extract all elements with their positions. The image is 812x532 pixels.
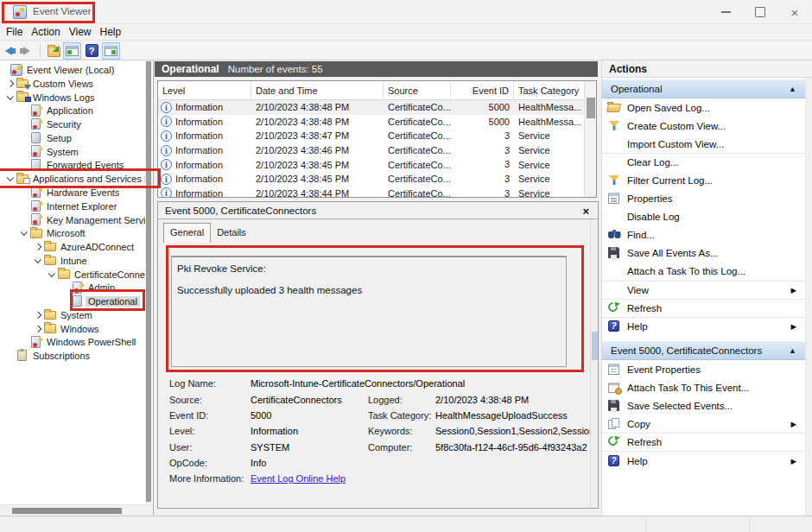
tree-item[interactable]: Microsoft bbox=[0, 226, 146, 240]
action-item[interactable]: Find... ▶ bbox=[602, 226, 805, 244]
event-log-online-help-link[interactable]: Event Log Online Help bbox=[251, 473, 368, 484]
expander-icon[interactable] bbox=[3, 95, 16, 100]
expander-icon[interactable] bbox=[17, 122, 30, 127]
minimize-button[interactable] bbox=[708, 0, 743, 24]
action-item[interactable]: Refresh ▶ bbox=[602, 433, 805, 451]
close-button[interactable]: × bbox=[777, 0, 812, 24]
tree-item[interactable]: Key Management Service bbox=[0, 212, 146, 226]
expander-icon[interactable] bbox=[3, 81, 16, 86]
column-header[interactable]: Task Category bbox=[514, 81, 585, 99]
expander-icon[interactable] bbox=[45, 272, 58, 277]
expander-icon[interactable] bbox=[31, 244, 44, 250]
tree-item[interactable]: Security bbox=[0, 117, 146, 131]
event-list-scroll-thumb[interactable] bbox=[587, 98, 595, 118]
table-row[interactable]: Information 2/10/2023 4:38:47 PM Certifi… bbox=[158, 129, 585, 143]
tree-item[interactable]: Custom Views bbox=[0, 77, 146, 91]
export-list-icon[interactable] bbox=[46, 42, 61, 60]
action-item[interactable]: Create Custom View... ▶ bbox=[602, 117, 805, 135]
console-tree: Event Viewer (Local) Custom Views Window… bbox=[0, 63, 146, 504]
maximize-button[interactable] bbox=[743, 0, 777, 24]
tree-horizontal-scrollbar[interactable] bbox=[0, 504, 153, 516]
expander-icon[interactable] bbox=[17, 108, 30, 113]
table-row[interactable]: Information 2/10/2023 4:38:45 PM Certifi… bbox=[158, 157, 585, 172]
detail-scrollbar[interactable] bbox=[590, 219, 598, 508]
expander-icon[interactable] bbox=[17, 162, 30, 168]
table-row[interactable]: Information 2/10/2023 4:38:48 PM Certifi… bbox=[158, 115, 585, 130]
action-item[interactable]: Open Saved Log... ▶ bbox=[602, 98, 805, 117]
tree-item-label: System bbox=[58, 309, 95, 320]
show-action-pane-icon[interactable] bbox=[102, 42, 120, 60]
column-header[interactable]: Source bbox=[384, 81, 451, 99]
action-item[interactable]: Properties ▶ bbox=[602, 189, 805, 207]
tree-item[interactable]: Windows bbox=[0, 322, 146, 336]
tree-item[interactable]: Windows Logs bbox=[0, 91, 146, 104]
tree-item[interactable]: System bbox=[0, 145, 146, 159]
action-item[interactable]: Save Selected Events... ▶ bbox=[602, 396, 805, 415]
show-console-tree-icon[interactable] bbox=[63, 42, 81, 60]
menu-item[interactable]: View bbox=[65, 26, 96, 38]
action-item[interactable]: Refresh ▶ bbox=[602, 299, 805, 317]
back-icon[interactable] bbox=[0, 42, 17, 60]
action-item[interactable]: Help ▶ bbox=[602, 451, 805, 469]
table-row[interactable]: Information 2/10/2023 4:38:45 PM Certifi… bbox=[158, 172, 585, 187]
expander-icon[interactable] bbox=[17, 204, 30, 209]
action-item-icon bbox=[607, 137, 622, 151]
tree-vertical-scrollbar[interactable] bbox=[145, 60, 152, 504]
tree-item[interactable]: AzureADConnect bbox=[0, 240, 146, 254]
tree-item[interactable]: Event Viewer (Local) bbox=[0, 63, 146, 77]
expander-icon[interactable] bbox=[17, 339, 30, 345]
collapse-icon[interactable]: ▲ bbox=[789, 346, 796, 355]
action-item[interactable]: View ▶ bbox=[602, 281, 805, 299]
tree-item[interactable]: Internet Explorer bbox=[0, 200, 146, 213]
expander-icon[interactable] bbox=[3, 353, 16, 358]
expander-icon[interactable] bbox=[17, 149, 30, 155]
action-item-icon bbox=[607, 417, 622, 431]
more-information-row: More Information: Event Log Online Help bbox=[169, 471, 594, 486]
action-item[interactable]: Filter Current Log... ▶ bbox=[602, 171, 805, 189]
table-row[interactable]: Information 2/10/2023 4:38:46 PM Certifi… bbox=[158, 143, 585, 158]
action-item[interactable]: Save All Events As... ▶ bbox=[602, 244, 805, 263]
expander-icon[interactable] bbox=[17, 218, 30, 223]
action-item[interactable]: Copy ▶ bbox=[602, 415, 805, 433]
forward-icon[interactable] bbox=[17, 42, 36, 60]
detail-tab[interactable]: Details bbox=[211, 225, 252, 243]
column-header[interactable]: Date and Time bbox=[251, 81, 384, 99]
column-header[interactable]: Level bbox=[158, 81, 251, 99]
table-row[interactable]: Information 2/10/2023 4:38:44 PM Certifi… bbox=[158, 187, 585, 198]
expander-icon[interactable] bbox=[17, 136, 30, 141]
actions-section-header-operational[interactable]: Operational ▲ bbox=[602, 79, 805, 98]
detail-close-icon[interactable]: × bbox=[582, 202, 589, 219]
event-list-scrollbar[interactable] bbox=[584, 81, 596, 197]
collapse-icon[interactable]: ▲ bbox=[789, 85, 796, 93]
column-header[interactable]: Event ID bbox=[451, 81, 514, 99]
tree-item[interactable]: Setup bbox=[0, 131, 146, 145]
actions-section-header-event[interactable]: Event 5000, CertificateConnectors ▲ bbox=[602, 341, 805, 360]
expander-icon[interactable] bbox=[31, 313, 44, 318]
expander-icon[interactable] bbox=[17, 231, 30, 236]
action-item[interactable]: Disable Log ▶ bbox=[602, 208, 805, 226]
expander-icon[interactable] bbox=[31, 326, 44, 332]
action-item[interactable]: Attach a Task To this Log... ▶ bbox=[602, 263, 805, 281]
tree-item[interactable]: Intune bbox=[0, 254, 146, 268]
tree-item[interactable]: Application bbox=[0, 104, 146, 117]
menu-item[interactable]: Action bbox=[27, 26, 64, 38]
tree-vscroll-thumb[interactable] bbox=[146, 61, 151, 502]
expander-icon[interactable] bbox=[17, 190, 30, 195]
expander-icon[interactable] bbox=[31, 258, 44, 263]
menu-item[interactable]: Help bbox=[96, 26, 126, 38]
detail-scroll-thumb[interactable] bbox=[592, 332, 598, 360]
action-item[interactable]: Import Custom View... ▶ bbox=[602, 135, 805, 153]
help-toolbar-icon[interactable] bbox=[84, 42, 99, 60]
actions-scrollbar[interactable] bbox=[805, 78, 812, 516]
detail-tab[interactable]: General bbox=[163, 223, 211, 243]
table-row[interactable]: Information 2/10/2023 4:38:48 PM Certifi… bbox=[158, 100, 585, 115]
menu-item[interactable]: File bbox=[2, 26, 27, 38]
tree-hscroll-thumb[interactable] bbox=[12, 508, 122, 515]
tree-item[interactable]: Subscriptions bbox=[0, 349, 146, 363]
tree-item[interactable]: Windows PowerShell bbox=[0, 335, 146, 349]
action-item[interactable]: Help ▶ bbox=[602, 317, 805, 335]
action-item[interactable]: Event Properties ▶ bbox=[602, 360, 805, 378]
tree-item[interactable]: CertificateConnectors bbox=[0, 267, 146, 281]
action-item[interactable]: Attach Task To This Event... ▶ bbox=[602, 378, 805, 396]
action-item[interactable]: Clear Log... ▶ bbox=[602, 153, 805, 171]
